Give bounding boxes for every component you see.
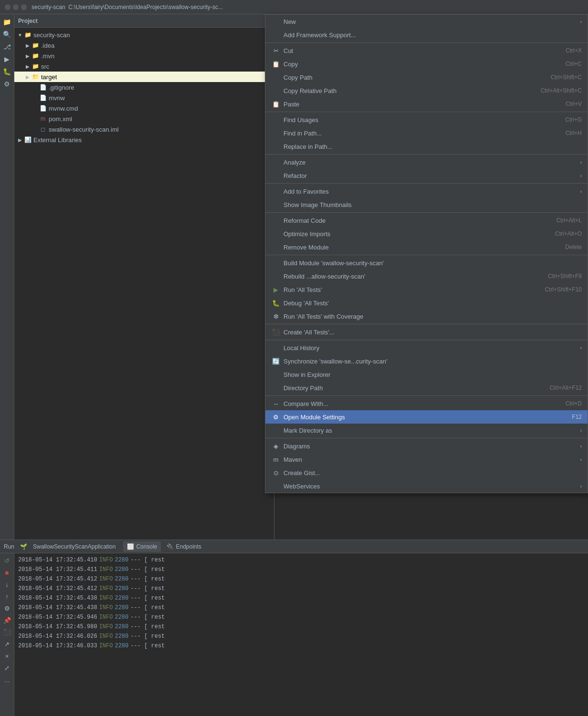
menu-item-run-with-coverage[interactable]: ❇Run 'All Tests' with Coverage xyxy=(265,310,588,323)
menu-label-paste: Paste xyxy=(284,101,556,108)
settings2-icon[interactable]: ⚙ xyxy=(2,603,12,613)
menu-item-create-gist[interactable]: ⊙Create Gist... xyxy=(265,466,588,479)
menu-item-paste[interactable]: 📋PasteCtrl+V xyxy=(265,97,588,111)
separator-before-compare-with xyxy=(265,395,588,396)
menu-shortcut-copy-relative-path: Ctrl+Alt+Shift+C xyxy=(541,87,582,94)
menu-icon-show-in-explorer xyxy=(271,370,281,379)
menu-arrow-maven: › xyxy=(580,457,582,462)
menu-item-copy-relative-path[interactable]: Copy Relative PathCtrl+Alt+Shift+C xyxy=(265,84,588,97)
target-label: target xyxy=(41,73,57,81)
menu-item-show-in-explorer[interactable]: Show in Explorer xyxy=(265,368,588,381)
menu-item-optimize-imports[interactable]: Optimize ImportsCtrl+Alt+O xyxy=(265,227,588,240)
close2-icon[interactable]: × xyxy=(2,651,12,661)
rerun-icon[interactable]: ↺ xyxy=(2,555,12,566)
tree-mvnw[interactable]: ▶ 📄 mvnw xyxy=(14,93,274,103)
ext-icon: 📊 xyxy=(24,136,32,144)
project-icon[interactable]: 📁 xyxy=(2,17,12,27)
menu-item-remove-module[interactable]: Remove ModuleDelete xyxy=(265,240,588,254)
menu-item-mark-directory-as[interactable]: Mark Directory as› xyxy=(265,424,588,437)
menu-item-compare-with[interactable]: ↔Compare With...Ctrl+D xyxy=(265,397,588,410)
tree-gitignore[interactable]: ▶ 📄 .gitignore xyxy=(14,82,274,93)
app-icon: 🌱 xyxy=(20,543,27,550)
menu-item-reformat-code[interactable]: Reformat CodeCtrl+Alt+L xyxy=(265,214,588,227)
menu-item-show-image-thumbnails[interactable]: Show Image Thumbnails xyxy=(265,198,588,211)
app-label: SwallowSecurityScanApplication xyxy=(33,543,116,550)
menu-item-webservices[interactable]: WebServices› xyxy=(265,479,588,493)
file-tree: ▼ 📁 security-scan ▶ 📁 .idea ▶ 📁 .mvn xyxy=(14,28,274,540)
separator-before-cut xyxy=(265,42,588,43)
menu-item-directory-path[interactable]: Directory PathCtrl+Alt+F12 xyxy=(265,381,588,394)
menu-item-debug-all-tests[interactable]: 🐛Debug 'All Tests' xyxy=(265,296,588,310)
menu-label-webservices: WebServices xyxy=(284,483,578,490)
idea-label: .idea xyxy=(41,42,54,49)
tab-endpoints[interactable]: 🔌 Endpoints xyxy=(163,541,205,552)
menu-item-add-framework[interactable]: Add Framework Support... xyxy=(265,28,588,42)
menu-icon-synchronize: 🔄 xyxy=(271,356,281,366)
menu-item-cut[interactable]: ✂CutCtrl+X xyxy=(265,44,588,57)
menu-shortcut-directory-path: Ctrl+Alt+F12 xyxy=(550,384,582,391)
idea-arrow: ▶ xyxy=(24,42,32,49)
menu-item-build-module[interactable]: Build Module 'swallow-security-scan' xyxy=(265,256,588,270)
stop-icon[interactable]: ■ xyxy=(2,567,12,578)
tree-mvnwcmd[interactable]: ▶ 📄 mvnw.cmd xyxy=(14,103,274,114)
menu-item-open-module-settings[interactable]: ⚙Open Module SettingsF12 xyxy=(265,410,588,424)
menu-icon-refactor xyxy=(271,171,281,180)
settings-icon[interactable]: ⚙ xyxy=(2,79,12,89)
menu-item-maven[interactable]: mMaven› xyxy=(265,453,588,466)
menu-label-diagrams: Diagrams xyxy=(284,443,578,450)
tree-iml[interactable]: ▶ ◻ swallow-security-scan.iml xyxy=(14,124,274,135)
tree-target[interactable]: ▶ 📁 target xyxy=(14,72,274,82)
tree-root[interactable]: ▼ 📁 security-scan xyxy=(14,30,274,40)
menu-item-find-in-path[interactable]: Find in Path...Ctrl+H xyxy=(265,126,588,140)
menu-label-directory-path: Directory Path xyxy=(284,384,540,392)
scroll-up-icon[interactable]: ↑ xyxy=(2,591,12,602)
tab-console[interactable]: ⬜ Console xyxy=(123,541,161,552)
mvnw-label: mvnw xyxy=(49,94,65,102)
expand-icon[interactable]: ⤢ xyxy=(2,663,12,673)
restore-icon[interactable]: ⬛ xyxy=(2,627,12,637)
tree-idea[interactable]: ▶ 📁 .idea xyxy=(14,40,274,51)
search-icon[interactable]: 🔍 xyxy=(2,29,12,40)
menu-item-new[interactable]: New› xyxy=(265,15,588,28)
scroll-to-end-icon[interactable]: ↓ xyxy=(2,579,12,590)
pomxml-icon: m xyxy=(39,115,47,123)
menu-item-rebuild-module[interactable]: Rebuild ...allow-security-scan'Ctrl+Shif… xyxy=(265,270,588,283)
menu-item-synchronize[interactable]: 🔄Synchronize 'swallow-se...curity-scan' xyxy=(265,354,588,368)
more-icon[interactable]: … xyxy=(2,674,12,685)
menu-icon-directory-path xyxy=(271,383,281,393)
git-icon[interactable]: ⎇ xyxy=(2,42,12,52)
menu-icon-cut: ✂ xyxy=(271,46,281,55)
menu-item-diagrams[interactable]: ◈Diagrams› xyxy=(265,439,588,453)
menu-item-copy[interactable]: 📋CopyCtrl+C xyxy=(265,57,588,71)
menu-label-create-all-tests: Create 'All Tests'... xyxy=(284,329,582,336)
menu-item-replace-in-path[interactable]: Replace in Path... xyxy=(265,140,588,153)
menu-label-analyze: Analyze xyxy=(284,159,578,166)
menu-label-find-usages: Find Usages xyxy=(284,116,556,124)
share-icon[interactable]: ↗ xyxy=(2,639,12,649)
menu-item-copy-path[interactable]: Copy PathCtrl+Shift+C xyxy=(265,71,588,84)
run-icon[interactable]: ▶ xyxy=(2,54,12,64)
menu-arrow-webservices: › xyxy=(580,484,582,489)
tree-mvn[interactable]: ▶ 📁 .mvn xyxy=(14,51,274,61)
pin-icon[interactable]: 📌 xyxy=(2,615,12,625)
console-area[interactable]: 2018-05-14 17:32:45.410INFO2280--- [ res… xyxy=(14,553,588,716)
menu-item-refactor[interactable]: Refactor› xyxy=(265,169,588,182)
menu-item-local-history[interactable]: Local History› xyxy=(265,341,588,354)
tree-external-libraries[interactable]: ▶ 📊 External Libraries xyxy=(14,135,274,145)
debug-icon[interactable]: 🐛 xyxy=(2,66,12,77)
mvn-arrow: ▶ xyxy=(24,52,32,60)
menu-arrow-add-to-favorites: › xyxy=(580,189,582,194)
menu-label-create-gist: Create Gist... xyxy=(284,469,582,477)
tree-src[interactable]: ▶ 📁 src xyxy=(14,61,274,72)
menu-label-run-with-coverage: Run 'All Tests' with Coverage xyxy=(284,313,582,320)
project-header: Project xyxy=(14,14,274,28)
menu-item-create-all-tests[interactable]: ⬛Create 'All Tests'... xyxy=(265,325,588,339)
menu-item-run-all-tests[interactable]: ▶Run 'All Tests'Ctrl+Shift+F10 xyxy=(265,283,588,296)
menu-label-refactor: Refactor xyxy=(284,172,578,179)
menu-item-add-to-favorites[interactable]: Add to Favorites› xyxy=(265,185,588,198)
title-bar: security-scan C:\Users\fairy\Documents\I… xyxy=(0,0,588,14)
menu-item-find-usages[interactable]: Find UsagesCtrl+G xyxy=(265,113,588,126)
tree-pomxml[interactable]: ▶ m pom.xml xyxy=(14,114,274,124)
menu-item-analyze[interactable]: Analyze› xyxy=(265,156,588,169)
title-text: security-scan C:\Users\fairy\Documents\I… xyxy=(32,4,223,10)
